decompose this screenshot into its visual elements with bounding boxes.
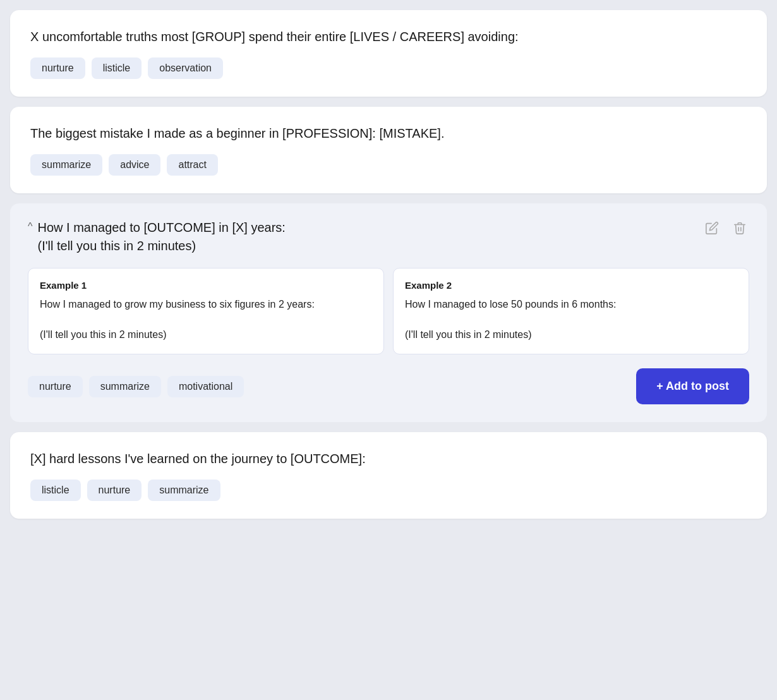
tag-summarize-3[interactable]: summarize [89, 376, 161, 397]
example-2-text: How I managed to lose 50 pounds in 6 mon… [405, 297, 737, 342]
card-1: X uncomfortable truths most [GROUP] spen… [10, 10, 767, 97]
example-2-card: Example 2 How I managed to lose 50 pound… [393, 268, 749, 354]
card-3-footer: nurture summarize motivational + Add to … [28, 368, 749, 404]
tag-summarize-2[interactable]: summarize [30, 154, 102, 176]
card-3-title-line2: (I'll tell you this in 2 minutes) [38, 239, 196, 253]
tag-attract-2[interactable]: attract [167, 154, 217, 176]
tag-summarize-4[interactable]: summarize [148, 480, 220, 501]
card-3-actions [702, 219, 749, 241]
tag-nurture-4[interactable]: nurture [87, 480, 142, 501]
tag-motivational-3[interactable]: motivational [167, 376, 244, 397]
tag-observation-1[interactable]: observation [148, 57, 223, 79]
edit-button[interactable] [702, 219, 721, 241]
tag-listicle-4[interactable]: listicle [30, 480, 81, 501]
card-1-tags: nurture listicle observation [30, 57, 747, 79]
card-2: The biggest mistake I made as a beginner… [10, 107, 767, 193]
tag-advice-2[interactable]: advice [109, 154, 160, 176]
card-2-title: The biggest mistake I made as a beginner… [30, 124, 747, 143]
delete-button[interactable] [730, 219, 749, 241]
card-3-header: ^ How I managed to [OUTCOME] in [X] year… [28, 219, 749, 255]
card-3-title-line1: How I managed to [OUTCOME] in [X] years: [38, 220, 286, 234]
example-2-label: Example 2 [405, 280, 737, 291]
card-2-tags: summarize advice attract [30, 154, 747, 176]
card-4-tags: listicle nurture summarize [30, 480, 747, 501]
card-3-title-wrap: ^ How I managed to [OUTCOME] in [X] year… [28, 219, 286, 255]
example-1-label: Example 1 [40, 280, 372, 291]
tag-listicle-1[interactable]: listicle [92, 57, 142, 79]
card-3-title: How I managed to [OUTCOME] in [X] years:… [38, 219, 286, 255]
collapse-icon[interactable]: ^ [28, 221, 33, 232]
card-1-title: X uncomfortable truths most [GROUP] spen… [30, 28, 747, 46]
tag-nurture-1[interactable]: nurture [30, 57, 85, 79]
example-1-card: Example 1 How I managed to grow my busin… [28, 268, 384, 354]
example-1-text: How I managed to grow my business to six… [40, 297, 372, 342]
tag-nurture-3[interactable]: nurture [28, 376, 83, 397]
add-to-post-button[interactable]: + Add to post [636, 368, 749, 404]
card-3-expanded: ^ How I managed to [OUTCOME] in [X] year… [10, 203, 767, 422]
card-4-title: [X] hard lessons I've learned on the jou… [30, 450, 747, 468]
card-4: [X] hard lessons I've learned on the jou… [10, 432, 767, 519]
examples-row: Example 1 How I managed to grow my busin… [28, 268, 749, 354]
card-3-tags: nurture summarize motivational [28, 376, 244, 397]
